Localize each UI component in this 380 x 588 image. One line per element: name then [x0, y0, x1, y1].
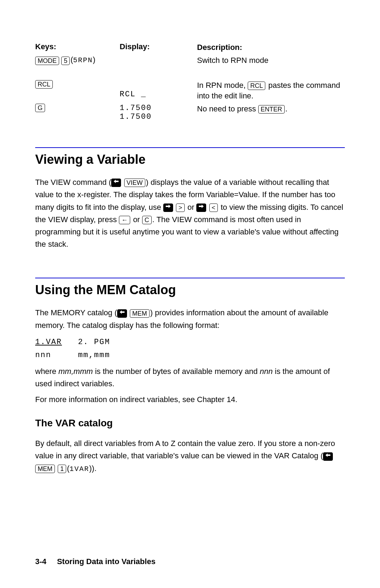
- display-cell: RCL _: [120, 80, 197, 99]
- table-header-row: Keys: Display: Description:: [35, 42, 345, 53]
- section-title: Viewing a Variable: [35, 152, 345, 167]
- section-divider: [35, 278, 345, 278]
- keys-cell: G: [35, 104, 120, 112]
- right-shift-icon: [163, 203, 173, 212]
- desc-text-b: .: [285, 104, 287, 113]
- keys-cell: MODE 5(5RPN): [35, 55, 120, 65]
- mem-key: MEM: [130, 309, 150, 318]
- display-text: RCL _: [120, 90, 146, 99]
- text: or: [131, 215, 142, 224]
- keystroke-table: Keys: Display: Description: MODE 5(5RPN)…: [35, 42, 345, 121]
- one-key: 1: [58, 465, 66, 473]
- var-option: 1.VAR: [35, 338, 62, 347]
- section3-body: By default, all direct variables from A …: [35, 437, 345, 474]
- five-key: 5: [61, 57, 70, 65]
- display-text-b: 1.7500: [120, 112, 197, 121]
- section-divider: [35, 147, 345, 148]
- desc-cell: No need to press ENTER.: [197, 104, 345, 115]
- text: or: [185, 203, 197, 212]
- rpn-label: 5RPN: [73, 56, 93, 64]
- table-row: RCL RCL _ In RPN mode, RCL pastes the co…: [35, 80, 345, 102]
- header-desc: Description:: [197, 42, 345, 53]
- left-shift-icon: [117, 309, 127, 318]
- footer-title: Storing Data into Variables: [57, 557, 156, 566]
- desc-cell: In RPN mode, RCL pastes the command into…: [197, 80, 345, 102]
- view-key: VIEW: [124, 179, 145, 187]
- text: where: [35, 367, 58, 376]
- c-key: C: [142, 216, 152, 224]
- table-row: MODE 5(5RPN) Switch to RPN mode: [35, 55, 345, 66]
- catalog-display-line1: 1.VAR 2. PGM: [35, 338, 345, 347]
- desc-cell: Switch to RPN mode: [197, 55, 345, 66]
- display-cell: 1.7500 1.7500: [120, 104, 197, 121]
- header-keys: Keys:: [35, 42, 120, 51]
- pgm-option: 2. PGM: [78, 338, 110, 347]
- rcl-key: RCL: [35, 80, 53, 89]
- section2-body3: For more information on indirect variabl…: [35, 393, 345, 406]
- backspace-key: ←: [119, 216, 130, 224]
- display-text-a: 1.7500: [120, 104, 197, 112]
- italic-text: mm,mmm: [58, 367, 93, 376]
- section2-body1: The MEMORY catalog ( MEM) provides infor…: [35, 306, 345, 331]
- subsection-title: The VAR catalog: [35, 418, 345, 429]
- right-shift-icon: [196, 203, 206, 212]
- text: By default, all direct variables from A …: [35, 439, 335, 460]
- nnn-text: nnn: [35, 351, 51, 360]
- text: is the number of bytes of available memo…: [93, 367, 260, 376]
- left-shift-icon: [111, 179, 121, 187]
- page-footer: 3-4 Storing Data into Variables: [35, 557, 156, 566]
- var-label: 1VAR: [69, 465, 89, 473]
- right-arrow-key: >: [176, 203, 185, 212]
- enter-key: ENTER: [258, 105, 285, 114]
- desc-text-a: In RPN mode,: [197, 81, 248, 90]
- mem-key: MEM: [35, 465, 55, 473]
- desc-text-a: No need to press: [197, 104, 258, 113]
- rcl-key-inline: RCL: [248, 82, 265, 90]
- left-arrow-key: <: [209, 203, 218, 212]
- table-row: G 1.7500 1.7500 No need to press ENTER.: [35, 104, 345, 121]
- keys-cell: RCL: [35, 80, 120, 89]
- section1-body: The VIEW command ( VIEW) displays the va…: [35, 176, 345, 250]
- section2-body2: where mm,mmm is the number of bytes of a…: [35, 365, 345, 390]
- mmmmm-text: mm,mmm: [78, 351, 110, 360]
- section-title: Using the MEM Catalog: [35, 283, 345, 297]
- left-shift-icon: [323, 452, 333, 461]
- header-display: Display:: [120, 42, 197, 51]
- catalog-display-line2: nnn mm,mmm: [35, 351, 345, 360]
- g-key: G: [35, 104, 45, 112]
- text: )).: [89, 464, 96, 473]
- text: The VIEW command (: [35, 178, 111, 187]
- italic-text: nnn: [260, 367, 273, 376]
- desc-text: Switch to RPN mode: [197, 56, 268, 65]
- text: The MEMORY catalog (: [35, 308, 117, 317]
- mode-key: MODE: [35, 57, 59, 65]
- page-number: 3-4: [35, 557, 46, 566]
